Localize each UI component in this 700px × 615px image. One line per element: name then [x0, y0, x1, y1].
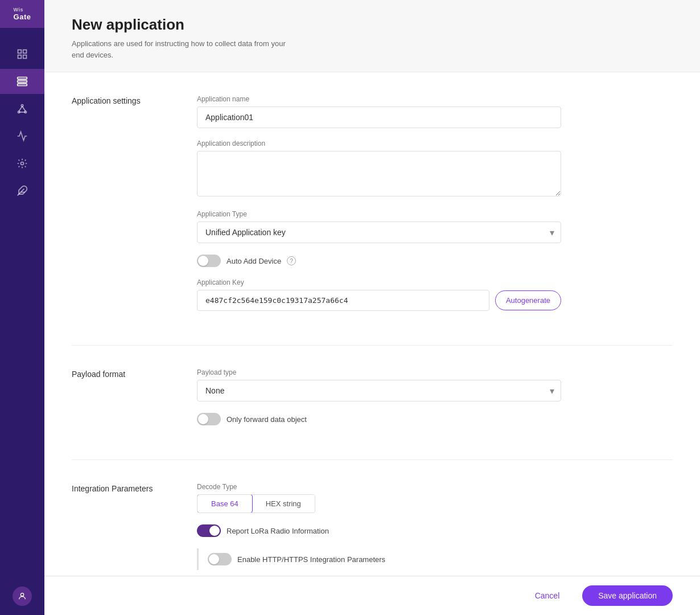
sidebar-bottom — [13, 577, 32, 615]
payload-type-select[interactable]: None Cayenne LPP Custom — [197, 380, 561, 401]
autogenerate-button[interactable]: Autogenerate — [495, 290, 561, 310]
forward-data-label: Only forward data object — [227, 415, 307, 424]
auto-add-device-label: Auto Add Device — [227, 257, 281, 265]
svg-rect-4 — [18, 77, 27, 79]
svg-point-13 — [21, 162, 24, 165]
sidebar-item-plugins[interactable] — [0, 178, 44, 203]
page-header: New application Applications are used fo… — [44, 0, 700, 72]
application-settings-label: Application settings — [72, 95, 197, 105]
sidebar-item-analytics[interactable] — [0, 124, 44, 149]
application-settings-content: Application name Application description… — [197, 95, 561, 322]
app-name-label: Application name — [197, 95, 561, 103]
main-content: New application Applications are used fo… — [44, 0, 700, 615]
report-lora-row: Report LoRa Radio Information — [197, 524, 561, 537]
forward-data-toggle[interactable] — [197, 413, 221, 425]
enable-http-toggle[interactable] — [208, 553, 232, 565]
app-desc-group: Application description — [197, 140, 561, 199]
app-desc-label: Application description — [197, 140, 561, 147]
content-area: New application Applications are used fo… — [44, 0, 700, 576]
http-section: Enable HTTP/HTTPS Integration Parameters — [197, 548, 561, 570]
report-lora-label: Report LoRa Radio Information — [227, 527, 329, 535]
payload-type-group: Payload type None Cayenne LPP Custom ▾ — [197, 368, 561, 401]
app-name-group: Application name — [197, 95, 561, 128]
auto-add-help-icon[interactable]: ? — [287, 256, 296, 265]
enable-http-label: Enable HTTP/HTTPS Integration Parameters — [237, 555, 385, 564]
app-type-group: Application Type Unified Application key… — [197, 210, 561, 243]
app-key-label: Application Key — [197, 278, 561, 286]
divider-2 — [72, 460, 673, 460]
sidebar-nav — [0, 37, 44, 577]
enable-http-row: Enable HTTP/HTTPS Integration Parameters — [208, 553, 385, 565]
sidebar-item-dashboard[interactable] — [0, 42, 44, 67]
svg-rect-6 — [18, 84, 27, 85]
svg-rect-2 — [18, 55, 22, 59]
save-button[interactable]: Save application — [582, 585, 673, 606]
forward-data-row: Only forward data object — [197, 413, 561, 425]
integration-parameters-content: Decode Type Base 64 HEX string Report Lo… — [197, 483, 561, 570]
svg-rect-3 — [23, 55, 27, 59]
svg-point-16 — [20, 593, 23, 596]
app-desc-textarea[interactable] — [197, 151, 561, 196]
sidebar-item-applications[interactable] — [0, 69, 44, 94]
auto-add-device-toggle[interactable] — [197, 255, 221, 267]
payload-type-label: Payload type — [197, 368, 561, 376]
form-body: Application settings Application name Ap… — [44, 72, 700, 576]
user-avatar[interactable] — [13, 587, 32, 606]
decode-type-label: Decode Type — [197, 483, 561, 491]
decode-hex-button[interactable]: HEX string — [252, 495, 315, 512]
page-subtitle: Applications are used for instructing ho… — [72, 38, 288, 60]
svg-rect-1 — [23, 50, 27, 54]
svg-rect-0 — [18, 50, 22, 54]
payload-format-content: Payload type None Cayenne LPP Custom ▾ — [197, 368, 561, 437]
decode-type-buttons: Base 64 HEX string — [197, 494, 315, 513]
report-lora-toggle[interactable] — [197, 524, 221, 537]
payload-format-section: Payload format Payload type None Cayenne… — [72, 368, 673, 437]
app-type-label: Application Type — [197, 210, 561, 218]
payload-format-label: Payload format — [72, 368, 197, 379]
sidebar: Wis Gate — [0, 0, 44, 615]
cancel-button[interactable]: Cancel — [521, 585, 574, 606]
app-key-input[interactable] — [197, 290, 489, 311]
logo-text: Wis Gate — [14, 7, 31, 21]
sidebar-item-settings[interactable] — [0, 151, 44, 176]
decode-base64-button[interactable]: Base 64 — [197, 494, 253, 513]
svg-line-11 — [22, 106, 26, 111]
app-name-input[interactable] — [197, 106, 561, 128]
integration-parameters-section: Integration Parameters Decode Type Base … — [72, 483, 673, 570]
auto-add-device-row: Auto Add Device ? — [197, 255, 561, 267]
divider-1 — [72, 345, 673, 346]
page-title: New application — [72, 16, 673, 34]
app-type-select[interactable]: Unified Application key Over-The-Air-Act… — [197, 222, 561, 243]
app-key-group: Application Key Autogenerate — [197, 278, 561, 311]
app-type-select-wrapper: Unified Application key Over-The-Air-Act… — [197, 222, 561, 243]
integration-parameters-label: Integration Parameters — [72, 483, 197, 493]
action-bar: Cancel Save application — [44, 576, 700, 615]
application-settings-section: Application settings Application name Ap… — [72, 95, 673, 322]
payload-type-select-wrapper: None Cayenne LPP Custom ▾ — [197, 380, 561, 401]
decode-type-group: Decode Type Base 64 HEX string — [197, 483, 561, 513]
svg-rect-5 — [18, 80, 27, 82]
svg-point-7 — [21, 105, 23, 106]
sidebar-logo[interactable]: Wis Gate — [0, 0, 44, 28]
svg-line-10 — [19, 106, 22, 111]
app-key-row: Autogenerate — [197, 290, 561, 311]
sidebar-item-network[interactable] — [0, 96, 44, 121]
